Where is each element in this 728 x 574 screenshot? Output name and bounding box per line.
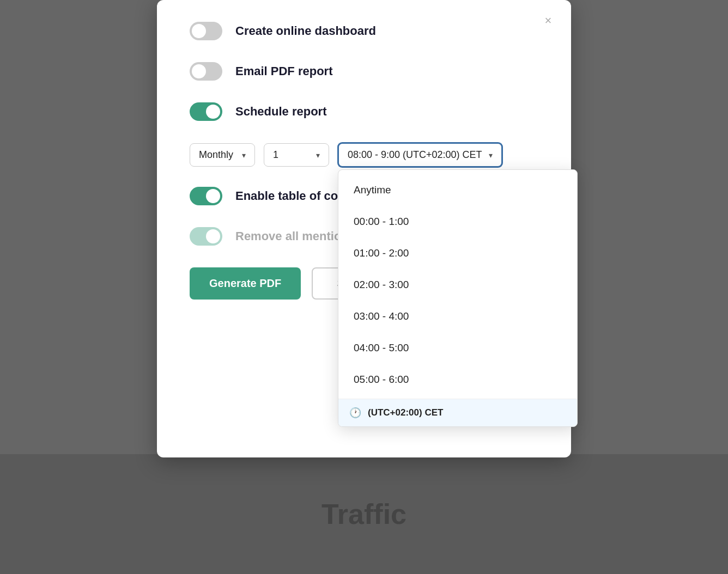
time-select-button[interactable]: 08:00 - 9:00 (UTC+02:00) CET ▾	[338, 143, 502, 167]
email-pdf-label: Email PDF report	[235, 64, 332, 78]
schedule-label: Schedule report	[235, 105, 326, 119]
timezone-label: (UTC+02:00) CET	[368, 407, 443, 418]
generate-pdf-button[interactable]: Generate PDF	[190, 267, 301, 300]
schedule-report-row: Schedule report	[190, 102, 538, 121]
remove-mentions-slider	[190, 227, 222, 246]
email-pdf-slider	[190, 62, 222, 81]
day-chevron-icon: ▾	[316, 151, 320, 160]
modal-backdrop: Traffic × Create online dashboard Email …	[0, 0, 728, 574]
create-dashboard-slider	[190, 22, 222, 40]
time-option-0200[interactable]: 02:00 - 3:00	[338, 269, 577, 301]
frequency-select-button[interactable]: Monthly ▾	[190, 143, 255, 167]
time-option-anytime[interactable]: Anytime	[338, 174, 577, 206]
frequency-select-wrapper: Monthly ▾	[190, 143, 255, 167]
schedule-toggle[interactable]	[190, 102, 222, 121]
traffic-background-section: Traffic	[0, 454, 728, 574]
day-select-wrapper: 1 ▾	[264, 143, 329, 167]
day-value: 1	[273, 149, 278, 161]
remove-mentions-toggle[interactable]	[190, 227, 222, 246]
timezone-footer[interactable]: 🕐 (UTC+02:00) CET	[338, 399, 577, 426]
day-select-button[interactable]: 1 ▾	[264, 143, 329, 167]
frequency-chevron-icon: ▾	[242, 151, 246, 160]
traffic-title: Traffic	[321, 498, 407, 530]
time-chevron-icon: ▾	[489, 151, 493, 160]
time-select-wrapper: 08:00 - 9:00 (UTC+02:00) CET ▾ Anytime 0…	[338, 143, 502, 167]
email-pdf-toggle[interactable]	[190, 62, 222, 81]
time-option-0400[interactable]: 04:00 - 5:00	[338, 332, 577, 364]
time-option-0000[interactable]: 00:00 - 1:00	[338, 206, 577, 237]
close-button[interactable]: ×	[538, 11, 558, 30]
table-of-contents-slider	[190, 187, 222, 205]
clock-icon: 🕐	[349, 407, 361, 419]
create-dashboard-label: Create online dashboard	[235, 24, 376, 38]
time-value: 08:00 - 9:00 (UTC+02:00) CET	[348, 149, 482, 161]
create-dashboard-toggle[interactable]	[190, 22, 222, 40]
time-option-0100[interactable]: 01:00 - 2:00	[338, 237, 577, 269]
email-pdf-row: Email PDF report	[190, 62, 538, 81]
schedule-slider	[190, 102, 222, 121]
time-option-0500[interactable]: 05:00 - 6:00	[338, 364, 577, 395]
settings-modal: × Create online dashboard Email PDF repo…	[157, 0, 571, 457]
time-option-0300[interactable]: 03:00 - 4:00	[338, 301, 577, 332]
time-dropdown-items: Anytime 00:00 - 1:00 01:00 - 2:00 02:00 …	[338, 170, 577, 399]
time-dropdown: Anytime 00:00 - 1:00 01:00 - 2:00 02:00 …	[338, 169, 578, 427]
schedule-selectors-row: Monthly ▾ 1 ▾ 08:00 - 9:00 (UTC+02:00) C…	[190, 143, 538, 167]
frequency-value: Monthly	[199, 149, 233, 161]
create-dashboard-row: Create online dashboard	[190, 22, 538, 40]
table-of-contents-toggle[interactable]	[190, 187, 222, 205]
